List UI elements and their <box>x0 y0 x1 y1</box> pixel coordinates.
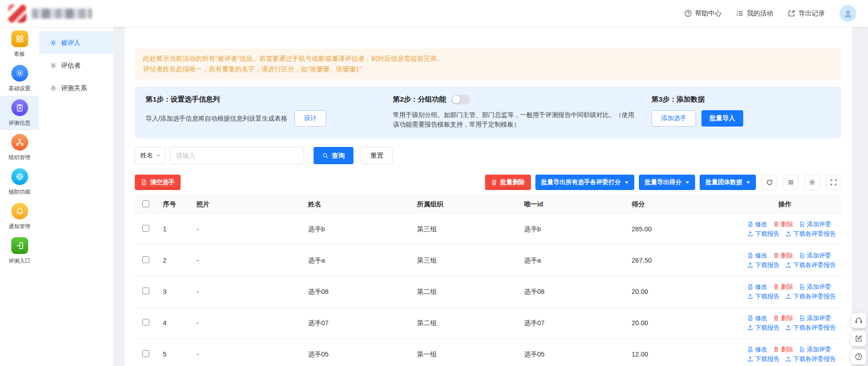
help-center-link[interactable]: 帮助中心 <box>684 9 721 18</box>
delete-link[interactable]: 删除 <box>773 251 793 260</box>
cell-unique-id: 选手07 <box>518 307 625 339</box>
help-button[interactable] <box>851 349 866 364</box>
add-judge-link[interactable]: 添加评委 <box>799 251 831 260</box>
sidebar-item-auxiliary[interactable]: 辅助功能 <box>0 165 39 199</box>
download-report-link[interactable]: 下载报告 <box>747 260 780 270</box>
cell-name: 选手07 <box>302 307 411 339</box>
row-checkbox[interactable] <box>142 350 149 357</box>
cell-name: 选手08 <box>302 276 411 307</box>
person-icon <box>843 9 853 19</box>
add-player-button[interactable]: 添加选手 <box>652 110 696 127</box>
doc-icon <box>747 315 753 321</box>
col-name: 姓名 <box>302 195 411 214</box>
query-button[interactable]: 查询 <box>314 147 353 164</box>
sidebar-item-basic-settings[interactable]: 基础设置 <box>0 61 39 96</box>
delete-link[interactable]: 删除 <box>773 313 793 323</box>
row-checkbox[interactable] <box>142 319 149 326</box>
select-all-checkbox[interactable] <box>142 200 149 207</box>
edit-link[interactable]: 修改 <box>747 345 767 354</box>
my-activities-link[interactable]: 我的活动 <box>736 9 773 18</box>
step-2-desc: 常用于级别分组。如部门主管、部门总监等，一般用于评测报告中同职级对比。（使用该功… <box>393 110 635 129</box>
upload-tray-icon <box>747 262 753 268</box>
cell-index: 1 <box>157 214 190 245</box>
export-records-link[interactable]: 导出记录 <box>788 9 825 18</box>
doc-plus-icon <box>799 253 805 259</box>
doc-plus-icon <box>799 346 805 352</box>
edit-link[interactable]: 修改 <box>747 220 767 229</box>
design-button[interactable]: 设计 <box>294 110 326 127</box>
cell-photo: - <box>190 245 302 276</box>
batch-delete-button[interactable]: 批量删除 <box>485 175 531 190</box>
add-judge-link[interactable]: 添加评委 <box>799 220 831 229</box>
search-field-select[interactable]: 姓名 <box>135 147 166 164</box>
column-settings-button[interactable] <box>804 175 820 190</box>
clear-players-button[interactable]: 清空选手 <box>135 175 181 190</box>
table-row: 1 - 选手b 第三组 选手b 285.00 修改 删除 <box>135 214 841 245</box>
reset-button[interactable]: 重置 <box>361 147 392 164</box>
sidebar-item-evaluation-info[interactable]: 评测信息 <box>0 96 39 130</box>
cell-name: 选手a <box>302 245 411 276</box>
caret-down-icon <box>625 181 628 184</box>
download-report-link[interactable]: 下载报告 <box>747 229 780 239</box>
team-data-button[interactable]: 批量团体数据 <box>700 175 756 190</box>
edit-link[interactable]: 修改 <box>747 313 767 323</box>
delete-link[interactable]: 删除 <box>773 345 793 354</box>
export-all-judge-scores-button[interactable]: 批量导出所有选手各评委打分 <box>535 175 635 190</box>
download-report-link[interactable]: 下载报告 <box>747 292 780 301</box>
download-judge-reports-link[interactable]: 下载各评委报告 <box>785 260 836 270</box>
sidebar-item-organization[interactable]: 组织管理 <box>0 130 39 165</box>
add-judge-link[interactable]: 添加评委 <box>799 313 831 323</box>
sidebar-item-notifications[interactable]: 通知管理 <box>0 199 39 234</box>
add-judge-link[interactable]: 添加评委 <box>799 282 831 292</box>
submenu-item-evaluated[interactable]: 被评人 <box>39 31 113 54</box>
trash-icon <box>773 253 779 259</box>
table-row: 5 - 选手05 第一组 选手05 12.00 修改 删除 <box>135 339 841 366</box>
cell-name: 选手b <box>302 214 411 245</box>
doc-plus-icon <box>799 284 805 290</box>
download-judge-reports-link[interactable]: 下载各评委报告 <box>785 323 836 332</box>
feedback-button[interactable] <box>851 331 866 346</box>
search-input[interactable] <box>170 147 304 164</box>
refresh-button[interactable] <box>762 175 777 190</box>
sidebar-item-evaluation-entrance[interactable]: 评测入口 <box>0 234 39 268</box>
gear-icon <box>50 62 57 69</box>
download-report-link[interactable]: 下载报告 <box>747 323 780 332</box>
refresh-icon <box>766 179 773 186</box>
download-judge-reports-link[interactable]: 下载各评委报告 <box>785 229 836 239</box>
batch-import-button[interactable]: 批量导入 <box>701 110 743 127</box>
fullscreen-button[interactable] <box>826 175 841 190</box>
customer-service-button[interactable] <box>851 313 866 328</box>
trash-icon <box>773 315 779 321</box>
download-judge-reports-link[interactable]: 下载各评委报告 <box>785 292 836 301</box>
doc-icon <box>747 253 753 259</box>
submenu-item-relations[interactable]: 评测关系 <box>39 77 113 99</box>
download-judge-reports-link[interactable]: 下载各评委报告 <box>785 354 836 364</box>
row-checkbox[interactable] <box>142 256 149 263</box>
sidebar-item-dashboard[interactable]: 看板 <box>0 27 39 61</box>
row-checkbox[interactable] <box>142 288 149 294</box>
trash-icon <box>773 284 779 290</box>
row-checkbox[interactable] <box>142 225 149 232</box>
doc-plus-icon <box>799 221 805 227</box>
delete-link[interactable]: 删除 <box>773 282 793 292</box>
caret-down-icon <box>686 181 689 184</box>
table-body: 1 - 选手b 第三组 选手b 285.00 修改 删除 <box>135 214 841 366</box>
brand-name-redacted <box>32 9 92 19</box>
add-judge-link[interactable]: 添加评委 <box>799 345 831 354</box>
upload-tray-icon <box>785 262 791 268</box>
search-bar: 姓名 查询 重置 <box>135 147 841 164</box>
delete-link[interactable]: 删除 <box>773 220 793 229</box>
cell-unique-id: 选手08 <box>518 276 625 307</box>
grouping-toggle[interactable] <box>451 95 470 104</box>
density-button[interactable] <box>783 175 799 190</box>
lifebuoy-icon <box>11 168 28 185</box>
submenu-item-evaluators[interactable]: 评估者 <box>39 54 113 77</box>
edit-link[interactable]: 修改 <box>747 282 767 292</box>
export-scores-button[interactable]: 批量导出得分 <box>639 175 695 190</box>
upload-tray-icon <box>785 231 791 237</box>
upload-tray-icon <box>747 356 753 362</box>
avatar[interactable] <box>839 5 856 22</box>
edit-link[interactable]: 修改 <box>747 251 767 260</box>
doc-icon <box>747 346 753 352</box>
download-report-link[interactable]: 下载报告 <box>747 354 780 364</box>
